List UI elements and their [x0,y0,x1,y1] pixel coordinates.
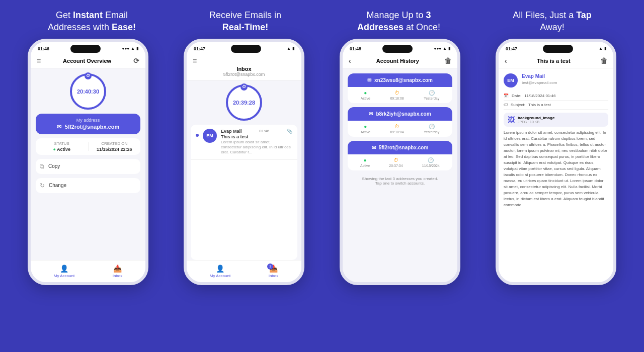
account-1-timer: ⏱ 69:18:08 [390,90,404,100]
phone2-content: ⏱ 20:39:28 EM Evap Mail 01:46 📎 [187,80,301,260]
account-2-email: b8rk2iyh@snapbx.com [376,111,431,117]
inbox-icon: 📥 [113,265,122,273]
phone1-status-icons: ●●● ▲ ▮ [122,46,138,51]
account-card-1-top: ✉ xn23wsu8@snapbx.com [348,73,452,87]
signal-icon-4: ▲ [599,46,603,51]
account-1-status: ● Active [361,90,370,100]
account-card-2-top: ✉ b8rk2iyh@snapbx.com [348,107,452,121]
copy-icon: ⧉ [40,163,44,170]
wifi-icon: ▲ [131,46,135,51]
account-card-3[interactable]: ✉ 5fl2rot@snapbx.com ● Active ⏱ 20:37:34 [348,141,452,170]
calendar-icon-2: 🕐 [429,124,435,129]
phone1-address-card[interactable]: My address ✉ 5fl2rot@snapbx.com [36,114,140,134]
phone1-status-bar: 01:46 ●●● ▲ ▮ [31,42,145,54]
phone4-subject-value: This is a test [528,103,551,107]
phone3-time: 01:48 [350,46,361,51]
phone2-time: 01:47 [194,46,205,51]
phone4-sender-avatar: EM [504,73,518,87]
signal-icon-3: ●●● [434,46,442,51]
phone2-status-bar: 01:47 ▲ ▮ [187,42,301,54]
account-2-timer: ⏱ 69:18:04 [390,124,404,134]
email-header: Evap Mail 01:46 📎 [221,129,292,134]
phone4-navbar: ‹ This is a test 🗑 [499,54,613,68]
active-dot: ● [53,147,57,152]
headers-row: Get Instant EmailAddresses with Ease! Re… [0,0,644,39]
timer-icon-2: ⏱ [240,83,248,91]
account-2-status: ● Active [361,124,370,134]
tab-inbox-2[interactable]: 📥 Inbox 3 [269,265,279,278]
envelope-icon-3a: ✉ [367,77,371,83]
email-item-1[interactable]: EM Evap Mail 01:46 📎 This is a test Lore… [191,125,297,160]
header-2: Receive Emails inReal-Time! [175,9,316,34]
tab1-label-2: My Account [210,274,230,278]
battery-icon: ▮ [136,46,138,51]
tab-my-account-2[interactable]: 👤 My Account [210,265,230,278]
account-card-3-bottom: ● Active ⏱ 20:37:34 🕐 11/15/2024 [348,154,452,170]
phone1-status-value: ● Active [53,147,70,152]
history-icon[interactable]: ⟳ [133,57,139,65]
signal-icon: ▲ [287,46,291,51]
phone4-attachment[interactable]: 🖼 background_image JPEG · 10 KB [504,113,608,127]
phone4-sender-meta: Evap Mail test@evapmail.com [522,73,557,85]
calendar-icon-4: 📅 [504,94,509,98]
envelope-icon: ✉ [57,124,61,130]
copy-button[interactable]: ⧉ Copy [36,159,140,174]
change-button[interactable]: ↻ Change [36,178,140,193]
active-dot-2: ● [364,124,367,129]
header-4: All Files, Just a TapAway! [482,9,623,34]
back-icon-3[interactable]: ‹ [349,57,351,65]
header-3: Manage Up to 3Addresses at Once! [329,9,469,34]
battery-icon-3: ▮ [448,46,450,51]
account-icon: 👤 [60,265,68,273]
phone4-status-bar: 01:47 ▲ ▮ [499,42,613,54]
phone4-body-text: Lorem ipsum dolor sit amet, consectetur … [504,130,608,208]
timer-dot-3: ⏱ [393,157,398,163]
account-3-date: 🕐 11/15/2024 [422,157,440,167]
phone2-navbar: ≡ Inbox 5fl2rot@snapbx.com [187,54,301,80]
phone2-nav-top: ≡ [193,57,295,65]
phone4-notch [543,45,573,53]
hamburger-icon[interactable]: ≡ [37,57,41,65]
email-sender: Evap Mail [221,129,242,134]
timer-clock-icon: ⏱ [85,72,92,79]
back-icon-4[interactable]: ‹ [505,57,507,65]
attachment-name: background_image [518,116,554,120]
account-card-2[interactable]: ✉ b8rk2iyh@snapbx.com ● Active ⏱ 69:18:0… [348,107,452,137]
phone1-timer: ⏱ 20:40:30 [70,73,106,110]
phone2-timer-row: ⏱ 20:39:28 [187,80,301,125]
phone1-navbar: ≡ Account Overview ⟳ [31,54,145,68]
phone4-sender-row: EM Evap Mail test@evapmail.com [504,73,608,87]
phone1-title: Account Overview [63,58,111,64]
tab-my-account[interactable]: 👤 My Account [54,265,74,278]
account-card-1[interactable]: ✉ xn23wsu8@snapbx.com ● Active ⏱ 69:18:0… [348,73,452,103]
calendar-icon-1: 🕐 [429,90,435,96]
phone4-subject-field: 🏷 Subject: This is a test [504,101,608,110]
trash-icon-4[interactable]: 🗑 [600,57,607,65]
phone3-status-icons: ●●● ▲ ▮ [434,46,450,51]
account-3-email: 5fl2rot@snapbx.com [379,145,429,150]
inbox-badge: 3 [267,263,273,270]
phone2-title: Inbox [193,66,295,72]
phone1-content: ⏱ 20:40:30 My address ✉ 5fl2rot@snapbx.c… [31,68,145,260]
trash-icon-3[interactable]: 🗑 [444,57,451,65]
phone1-notch [70,45,101,53]
phone4-body: EM Evap Mail test@evapmail.com 📅 Date: 1… [499,68,613,282]
change-label: Change [49,183,66,188]
email-time: 01:46 [259,129,269,134]
phone3-navbar: ‹ Account History 🗑 [343,54,457,68]
tab-inbox[interactable]: 📥 Inbox [113,265,123,278]
phone1-status-label: STATUS [54,141,69,146]
phone2-timer: ⏱ 20:39:28 [226,84,262,121]
active-dot-3: ● [364,157,367,163]
timer-dot-1: ⏱ [394,90,399,96]
hamburger-icon-2[interactable]: ≡ [193,57,197,65]
timer-dot-2: ⏱ [394,124,399,129]
battery-icon: ▮ [292,46,294,51]
account-card-1-bottom: ● Active ⏱ 69:18:08 🕐 Yesterday [348,87,452,103]
phone2-inbox: EM Evap Mail 01:46 📎 This is a test Lore… [191,125,297,260]
account-1-email: xn23wsu8@snapbx.com [374,77,433,83]
phone4-date-value: 11/18/2024 01:46 [524,94,555,98]
phone2-timer-value: 20:39:28 [233,100,255,106]
tab2-label-2: Inbox [269,274,279,278]
battery-icon-4: ▮ [604,46,606,51]
